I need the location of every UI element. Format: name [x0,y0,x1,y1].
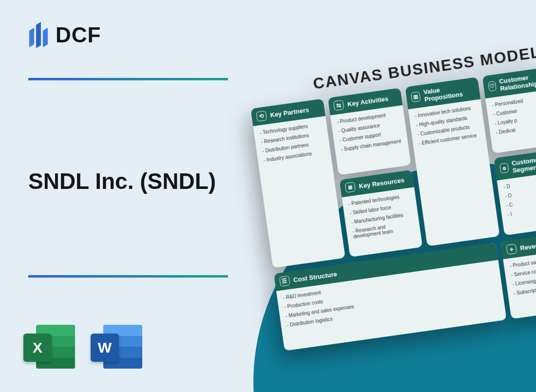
card-label: Customer Relationships [498,71,536,93]
card-list: Technology suppliers Research institutio… [253,116,331,169]
file-icons-row: X W [23,323,144,372]
card-label: Key Activities [347,95,389,108]
excel-icon: X [23,323,77,372]
database-icon: ≣ [345,182,356,193]
people-icon: ⇆ [333,100,345,111]
card-label: Key Partners [269,106,309,118]
grid-icon: ⊞ [411,92,421,102]
card-key-activities: ⇆Key Activities Product development Qual… [328,88,411,175]
canvas-mockup: CANVAS BUSINESS MODEL ⟲Key Partners Tech… [247,34,536,351]
divider-bottom [28,275,228,278]
page-title: SNDL Inc. (SNDL) [28,168,216,194]
card-list: Product development Quality assurance Cu… [330,105,409,159]
brand-name: DCF [56,23,101,47]
card-customer-segments: ⌾Customer Segments D O C I [494,148,536,235]
card-revenue-streams: ⟡Revenue Streams Product sales Service c… [500,222,536,319]
card-label: Value Propositions [423,81,475,103]
page-stage: DCF SNDL Inc. (SNDL) X W CANVAS BUSINESS… [0,0,536,392]
card-key-resources: ≣Key Resources Patented technologies Ski… [339,170,422,257]
link-icon: ⟲ [256,111,267,122]
card-label: Cost Structure [293,270,338,283]
logo-bars-icon [29,20,49,50]
card-customer-relationships: ♡Customer Relationships Personalized Cus… [482,66,536,153]
divider-top [28,78,228,80]
card-list: Patented technologies Skilled labor forc… [342,187,421,246]
brand-logo: DCF [29,20,101,50]
card-label: Revenue Streams [519,237,536,252]
users-icon: ⌾ [499,163,509,173]
word-letter: W [91,334,119,362]
heart-icon: ♡ [488,81,497,92]
sliders-icon: ☰ [279,276,290,287]
card-label: Customer Segments [511,152,536,174]
excel-letter: X [23,334,52,362]
money-icon: ⟡ [506,243,517,255]
card-list: Innovative tech solutions High-quality s… [408,99,487,153]
card-label: Key Resources [358,176,404,190]
word-icon: W [91,323,144,372]
